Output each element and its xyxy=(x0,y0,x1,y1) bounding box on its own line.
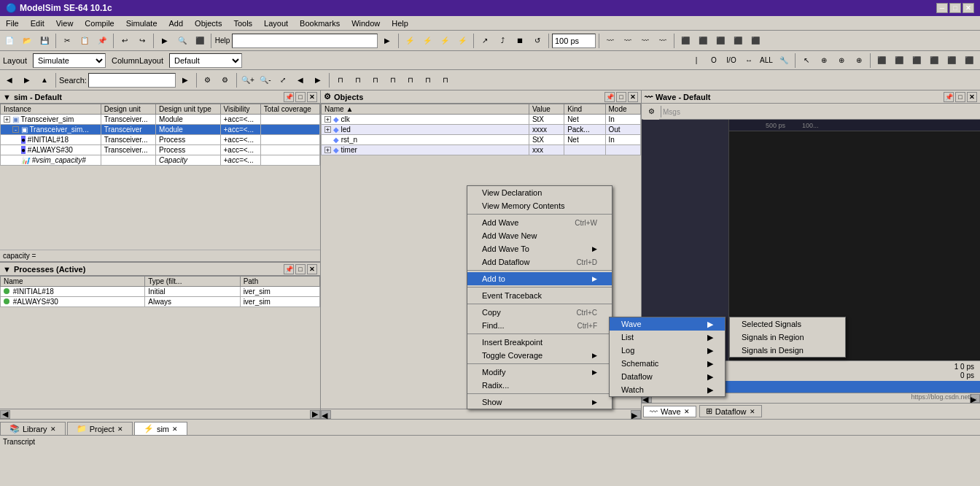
proc-col-path[interactable]: Path xyxy=(240,277,319,287)
submenu-watch[interactable]: Watch ▶ xyxy=(610,383,725,396)
wave-tool-1[interactable]: | xyxy=(688,53,704,69)
expand-icon-2[interactable]: + xyxy=(324,126,331,133)
table-row[interactable]: - ▣ Transceiver_sim... Transceiver Modul… xyxy=(1,125,320,135)
ctx-find[interactable]: Find... Ctrl+F xyxy=(467,319,612,332)
table-row[interactable]: ◆ rst_n StX Net In xyxy=(322,135,641,145)
wave-shape-2[interactable]: ⊓ xyxy=(350,72,366,88)
menu-objects[interactable]: Objects xyxy=(189,18,228,29)
col-visibility[interactable]: Visibility xyxy=(220,104,260,115)
layout-btn-2[interactable]: ⬛ xyxy=(695,33,711,49)
wave-nav-1[interactable]: ⚙ xyxy=(643,104,659,120)
ctx-add-wave-new[interactable]: Add Wave New xyxy=(467,229,612,242)
search-go[interactable]: ▶ xyxy=(177,72,193,88)
ctx-modify[interactable]: Modify ▶ xyxy=(467,366,612,379)
wave-sub-design[interactable]: Signals in Design xyxy=(730,344,845,357)
cursor-tool-3[interactable]: ⊕ xyxy=(833,53,849,69)
proc-max[interactable]: □ xyxy=(295,264,306,274)
wave-tab-wave[interactable]: 〰 Wave ✕ xyxy=(643,406,696,417)
cursor-tool-1[interactable]: ↖ xyxy=(798,53,814,69)
obj-col-kind[interactable]: Kind xyxy=(564,104,605,115)
menu-bookmarks[interactable]: Bookmarks xyxy=(294,18,346,29)
scroll-left[interactable]: ◀ xyxy=(0,410,10,419)
wave-tab-close[interactable]: ✕ xyxy=(684,408,690,415)
wave-btn-2[interactable]: 〰 xyxy=(620,33,636,49)
ctx-show[interactable]: Show ▶ xyxy=(467,396,612,409)
wave-tool-4[interactable]: ↔ xyxy=(741,53,757,69)
menu-add[interactable]: Add xyxy=(163,18,190,29)
obj-scroll-right[interactable]: ▶ xyxy=(631,410,641,419)
wave-shape-3[interactable]: ⊓ xyxy=(368,72,384,88)
wave-tool-2[interactable]: O xyxy=(706,53,722,69)
breakpoint-button[interactable]: ⬛ xyxy=(192,33,208,49)
cut-button[interactable]: ✂ xyxy=(59,33,75,49)
open-button[interactable]: 📂 xyxy=(19,33,35,49)
run-button[interactable]: ▶ xyxy=(157,33,173,49)
sim-btn-4[interactable]: ⚡ xyxy=(454,33,470,49)
scroll-track[interactable] xyxy=(10,410,310,419)
wave-sub-region[interactable]: Signals in Region xyxy=(730,331,845,344)
maximize-button[interactable]: □ xyxy=(949,3,961,13)
command-input[interactable] xyxy=(232,34,378,48)
paste-button[interactable]: 📌 xyxy=(94,33,110,49)
expand-icon-4[interactable]: + xyxy=(324,147,331,153)
wave-shape-7[interactable]: ⊓ xyxy=(438,72,454,88)
col-instance[interactable]: Instance xyxy=(1,104,101,115)
zoom-out[interactable]: 🔍- xyxy=(257,72,273,88)
wave-sub-selected[interactable]: Selected Signals xyxy=(730,317,845,331)
submenu-log[interactable]: Log ▶ xyxy=(610,344,725,357)
minimize-button[interactable]: ─ xyxy=(936,3,948,13)
obj-pin[interactable]: 📌 xyxy=(604,92,615,102)
nav-back[interactable]: ◀ xyxy=(1,72,18,88)
step-btn[interactable]: ↗ xyxy=(477,33,493,49)
new-button[interactable]: 📄 xyxy=(1,33,18,49)
tab-library[interactable]: 📚 Library ✕ xyxy=(0,422,66,435)
sim-ctrl-5[interactable]: ⬛ xyxy=(944,53,960,69)
menu-edit[interactable]: Edit xyxy=(25,18,50,29)
ctx-insert-bp[interactable]: Insert Breakpoint xyxy=(467,336,612,349)
menu-view[interactable]: View xyxy=(50,18,79,29)
menu-file[interactable]: File xyxy=(0,18,25,29)
cursor-tool-4[interactable]: ⊕ xyxy=(851,53,867,69)
table-row[interactable]: + ◆ clk StX Net In xyxy=(322,115,641,125)
table-row[interactable]: #INITIAL#18 Initial iver_sim xyxy=(1,287,320,297)
layout-btn-3[interactable]: ⬛ xyxy=(712,33,728,49)
sim-ctrl-4[interactable]: ⬛ xyxy=(926,53,942,69)
nav-fwd[interactable]: ▶ xyxy=(19,72,35,88)
ctx-add-to[interactable]: Add to ▶ xyxy=(467,272,612,285)
instance-scrollbar[interactable]: ◀ ▶ xyxy=(0,409,320,419)
menu-window[interactable]: Window xyxy=(346,18,386,29)
table-row[interactable]: ● #INITIAL#18 Transceiver... Process +ac… xyxy=(1,135,320,145)
ctx-add-dataflow[interactable]: Add Dataflow Ctrl+D xyxy=(467,255,612,269)
save-button[interactable]: 💾 xyxy=(36,33,52,49)
obj-scroll-track[interactable] xyxy=(331,410,631,419)
submenu-dataflow[interactable]: Dataflow ▶ xyxy=(610,370,725,383)
copy-button[interactable]: 📋 xyxy=(77,33,93,49)
column-layout-select[interactable]: Default xyxy=(169,53,242,68)
zoom-prev[interactable]: ◀ xyxy=(292,72,308,88)
wave-btn-1[interactable]: 〰 xyxy=(602,33,618,49)
obj-max[interactable]: □ xyxy=(616,92,626,102)
library-tab-close[interactable]: ✕ xyxy=(50,425,56,433)
restart-btn[interactable]: ↺ xyxy=(529,33,545,49)
expand-icon[interactable]: - xyxy=(12,126,19,133)
redo-button[interactable]: ↪ xyxy=(134,33,150,49)
wave-shape-6[interactable]: ⊓ xyxy=(420,72,436,88)
cmd-run-button[interactable]: ▶ xyxy=(379,33,395,49)
ctx-view-memory[interactable]: View Memory Contents xyxy=(467,199,612,212)
zoom-fit[interactable]: ⤢ xyxy=(275,72,291,88)
wave-tool-5[interactable]: ALL xyxy=(758,53,774,69)
wave-close[interactable]: ✕ xyxy=(967,92,977,102)
table-row[interactable]: + ◆ timer xxx xyxy=(322,145,641,155)
tab-sim[interactable]: ⚡ sim ✕ xyxy=(134,422,187,435)
over-btn[interactable]: ⤴ xyxy=(494,33,510,49)
proc-pin[interactable]: 📌 xyxy=(284,264,294,274)
search-button[interactable]: 🔍 xyxy=(174,33,190,49)
obj-col-value[interactable]: Value xyxy=(529,104,564,115)
ctx-add-wave-to[interactable]: Add Wave To ▶ xyxy=(467,242,612,255)
wave-btn-4[interactable]: 〰 xyxy=(655,33,671,49)
col-total-coverage[interactable]: Total coverage xyxy=(260,104,319,115)
sim-panel-close[interactable]: ✕ xyxy=(307,92,317,102)
help-button[interactable]: Help xyxy=(214,33,230,49)
ctx-add-wave[interactable]: Add Wave Ctrl+W xyxy=(467,216,612,229)
wave-shape-1[interactable]: ⊓ xyxy=(332,72,349,88)
